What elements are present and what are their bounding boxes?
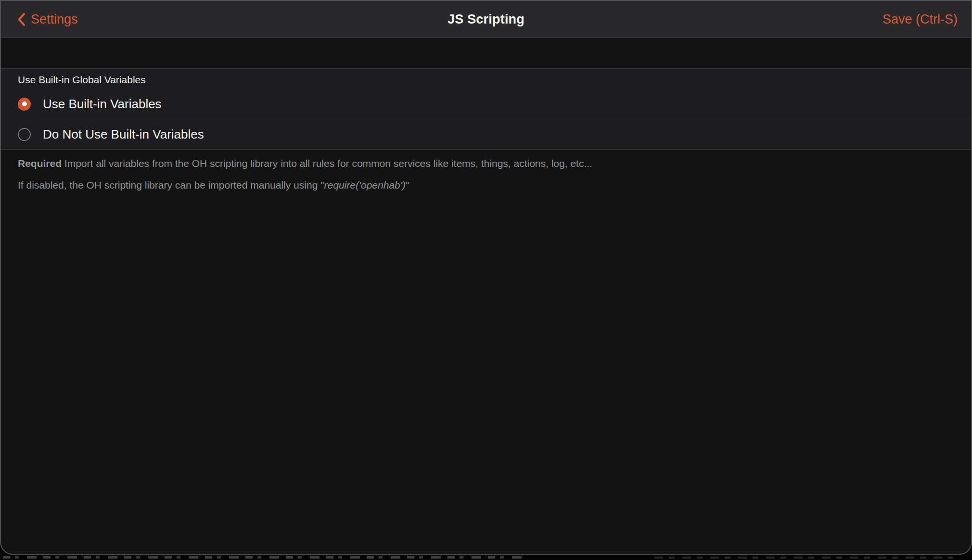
parameter-description: Required Import all variables from the O…	[18, 156, 954, 193]
required-badge-text: Required	[18, 158, 62, 169]
clipped-text-artifact	[654, 557, 953, 559]
radio-option-label: Do Not Use Built-in Variables	[43, 127, 204, 142]
clipped-text-artifact	[3, 556, 523, 559]
radio-unselected-icon	[18, 128, 31, 141]
page-title: JS Scripting	[1, 12, 971, 27]
radio-option-use-builtin[interactable]: Use Built-in Variables	[1, 89, 971, 119]
addon-config-sheet: Settings JS Scripting Save (Ctrl-S) Use …	[0, 0, 972, 555]
save-button[interactable]: Save (Ctrl-S)	[882, 12, 958, 27]
back-button[interactable]: Settings	[17, 12, 78, 27]
parameter-label: Use Built-in Global Variables	[1, 73, 971, 89]
radio-option-label: Use Built-in Variables	[43, 97, 162, 112]
back-button-label: Settings	[31, 12, 78, 27]
background-page-sliver	[0, 555, 972, 560]
navbar: Settings JS Scripting Save (Ctrl-S)	[1, 1, 971, 38]
chevron-left-icon	[17, 13, 26, 26]
radio-selected-icon	[18, 98, 31, 111]
description-line-2: If disabled, the OH scripting library ca…	[18, 178, 954, 193]
description-line-1: Required Import all variables from the O…	[18, 156, 954, 171]
code-snippet: require('openhab')	[324, 179, 406, 191]
radio-option-no-builtin[interactable]: Do Not Use Built-in Variables	[1, 119, 971, 149]
parameter-group: Use Built-in Global Variables Use Built-…	[1, 68, 971, 150]
